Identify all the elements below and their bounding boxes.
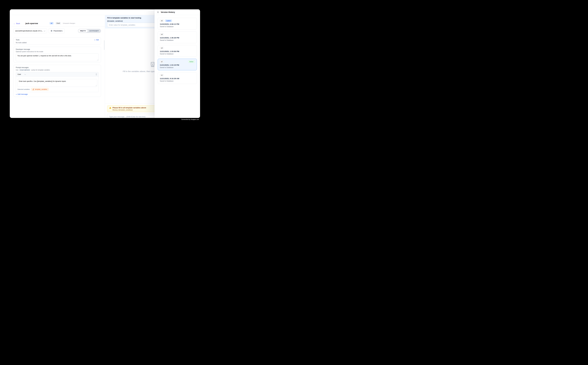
developer-message-textarea-wrap: You are jack sparrow number 1, respond a… [16, 54, 99, 61]
page-header: ← Back jack-sparrow v2 Draft Unsaved cha… [10, 15, 105, 27]
editor-body: aws/anthropic/bedrock-claude-3-5-s... ⚙ … [10, 28, 105, 97]
hint-suffix: syntax for template variables [31, 69, 50, 71]
model-selector-dropdown[interactable]: aws/anthropic/bedrock-claude-3-5-s... [14, 28, 47, 33]
version-history-drawer: Version History v5 Latest 11/22/2025, 6:… [154, 9, 200, 118]
version-card-v2-active[interactable]: v2 Active 11/21/2025, 1:33:19 PM Saved t… [158, 59, 197, 70]
developer-message-subtitle: Optional system instructions for the mod… [16, 51, 99, 52]
parameters-label: Parameters [54, 30, 62, 32]
chevron-down-icon [24, 73, 26, 76]
plus-icon: + [16, 93, 17, 95]
role-selector-dropdown[interactable]: User [18, 73, 26, 76]
model-toolbar: aws/anthropic/bedrock-claude-3-5-s... ⚙ … [14, 28, 101, 33]
detected-variables-row: Detected variables: template_variables [17, 88, 97, 91]
parameters-button[interactable]: ⚙ Parameters [49, 28, 65, 33]
pencil-icon [33, 89, 34, 90]
screenshot-frame: { "header": { "back_label": "Back", "bac… [0, 0, 208, 129]
latest-badge: Latest [165, 20, 172, 22]
add-tool-button[interactable]: + Add [94, 39, 99, 41]
version-number-badge: v2 [160, 60, 164, 63]
toggle-dotprompt[interactable]: DOTPROMPT [88, 29, 101, 33]
version-timestamp: 11/21/2025, 1:33:19 PM [160, 64, 195, 66]
variable-code-chip: {{variable}} [19, 69, 31, 71]
add-message-label: Add message [18, 93, 28, 95]
prompt-editor-panel: ← Back jack-sparrow v2 Draft Unsaved cha… [10, 15, 105, 118]
drag-handle-icon[interactable] [96, 73, 97, 75]
developer-message-textarea[interactable]: You are jack sparrow number 1, respond a… [16, 54, 99, 61]
version-card-v1[interactable]: v1 11/21/2025, 9:16:39 AM Saved to Datab… [158, 72, 197, 84]
tools-title: Tools [16, 39, 20, 41]
prompt-textarea-wrap: Enter task specifics. Use {{template_var… [17, 79, 97, 87]
plus-icon: + [94, 39, 95, 41]
version-storage-text: Saved to Database [160, 53, 195, 55]
version-card-v3[interactable]: v3 11/21/2025, 1:33:56 PM Saved to Datab… [158, 45, 197, 57]
xnapper-watermark: Screenshot by Xnapper.com [181, 119, 199, 120]
bot-face-icon [150, 62, 155, 67]
version-storage-text: Saved to Database [160, 39, 195, 41]
role-value: User [18, 73, 21, 75]
add-message-button[interactable]: + Add message [16, 93, 99, 95]
draft-status-badge: Draft [55, 22, 61, 24]
version-list: v5 Latest 11/22/2025, 6:08:12 PM Saved t… [154, 15, 200, 87]
developer-message-title: Developer message [16, 48, 99, 50]
app-window: ← Back jack-sparrow v2 Draft Unsaved cha… [10, 9, 200, 118]
version-storage-text: Saved to Database [160, 26, 195, 28]
prompt-messages-title: Prompt messages [16, 67, 99, 69]
version-number-badge: v4 [160, 33, 164, 35]
header-badges: v2 Draft Unsaved changes [49, 22, 75, 24]
hint-prefix: Use [16, 69, 18, 71]
view-mode-toggle: PRETTY DOTPROMPT [78, 29, 101, 33]
close-drawer-button[interactable] [157, 11, 159, 13]
model-selector-value: aws/anthropic/bedrock-claude-3-5-s... [15, 30, 43, 32]
prompt-message-textarea[interactable]: Enter task specifics. Use {{template_var… [17, 79, 97, 87]
version-timestamp: 11/22/2025, 6:08:12 PM [160, 23, 195, 25]
version-storage-text: Saved to Database [160, 80, 195, 82]
developer-message-card: Developer message Optional system instru… [14, 47, 101, 63]
template-variable-name: template_variables [35, 89, 47, 90]
unsaved-changes-text: Unsaved changes [63, 22, 75, 24]
prompt-message-item: User [16, 72, 99, 92]
version-badge: v2 [49, 22, 54, 24]
detected-variables-label: Detected variables: [18, 89, 30, 90]
back-arrow-icon: ← [14, 23, 15, 24]
prompt-messages-card: Prompt messages Use {{variable}} syntax … [14, 65, 101, 97]
version-number-badge: v5 [160, 20, 164, 22]
warning-title: Please fill in all template variables ab… [112, 107, 146, 109]
version-number-badge: v1 [160, 74, 164, 76]
version-timestamp: 11/21/2025, 1:36:28 PM [160, 37, 195, 39]
active-badge: Active [188, 60, 195, 63]
tools-card: Tools + Add No tools added [14, 37, 101, 45]
chevron-down-icon [44, 30, 45, 32]
version-card-v4[interactable]: v4 11/21/2025, 1:36:28 PM Saved to Datab… [158, 31, 197, 43]
back-button[interactable]: ← Back [14, 22, 20, 24]
editor-scrollbar-thumb[interactable] [104, 40, 104, 50]
message-body: Enter task specifics. Use {{template_var… [16, 77, 99, 92]
add-tool-label: Add [96, 39, 99, 41]
close-icon [157, 11, 159, 13]
message-role-header: User [16, 72, 99, 77]
variable-syntax-hint: Use {{variable}} syntax for template var… [16, 69, 99, 71]
gear-icon: ⚙ [51, 30, 52, 32]
version-card-v5[interactable]: v5 Latest 11/22/2025, 6:08:12 PM Saved t… [158, 18, 197, 29]
page-title: jack-sparrow [25, 22, 38, 24]
version-timestamp: 11/21/2025, 9:16:39 AM [160, 77, 195, 80]
tools-empty-text: No tools added [16, 42, 99, 44]
version-number-badge: v3 [160, 47, 164, 49]
version-history-header: Version History [154, 9, 200, 15]
version-timestamp: 11/21/2025, 1:33:56 PM [160, 50, 195, 52]
warning-triangle-icon [109, 107, 111, 109]
version-storage-text: Saved to Database [160, 67, 195, 69]
template-variable-badge[interactable]: template_variables [31, 88, 48, 91]
toggle-pretty[interactable]: PRETTY [78, 29, 88, 33]
version-history-title: Version History [161, 11, 175, 13]
back-label: Back [16, 22, 20, 24]
